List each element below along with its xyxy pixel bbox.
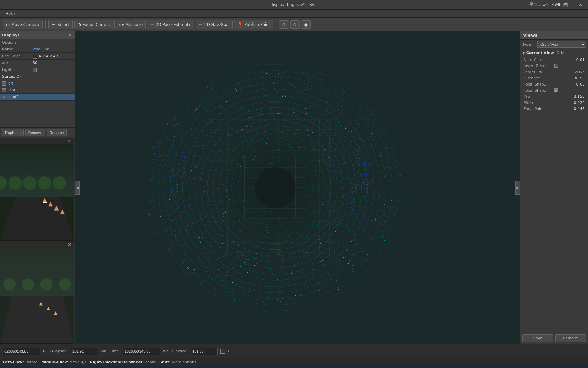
left-panel: Displays ✕ Options Name velo_link und Co…: [0, 31, 75, 344]
help-menu[interactable]: Help: [3, 11, 17, 17]
rename-button[interactable]: Rename: [47, 129, 67, 136]
list-item[interactable]: ✓ ight: [0, 87, 75, 94]
ros-elapsed-input[interactable]: [71, 348, 98, 355]
close-button[interactable]: ×: [573, 0, 588, 10]
pose-estimate-button[interactable]: ✏ 2D Pose Estimate: [147, 20, 194, 29]
display-list: Options Name velo_link und Color 48; 48;…: [0, 39, 75, 128]
invert-z-checkbox[interactable]: [554, 64, 558, 68]
main-layout: Displays ✕ Options Name velo_link und Co…: [0, 31, 588, 344]
duplicate-button[interactable]: Duplicate: [2, 129, 24, 136]
item-label-cloud2: loud2: [8, 95, 19, 99]
zoom-out-icon: ⊖: [293, 22, 297, 27]
options-label: Options: [2, 40, 33, 45]
current-view-type: Orbit: [557, 51, 566, 55]
wall-time-input[interactable]: [123, 348, 160, 355]
near-clip-label: Near Clip ...: [524, 58, 554, 62]
rate-row: ate 30: [0, 60, 75, 66]
wall-elapsed-label: Wall Elapsed:: [163, 349, 188, 353]
taskbar: 🗂 🦊 A ? ◈ W ▶_ Z RViz: [0, 366, 588, 368]
views-type-row: Type: Orbit (rviz): [520, 40, 588, 49]
nav-goal-button[interactable]: ✏ 2D Nav Goal: [196, 20, 233, 29]
rate-value: 30: [33, 61, 72, 65]
distance-label: Distance: [524, 76, 554, 80]
left-click-hint-key: Left-Click:: [3, 360, 24, 364]
focal-point-value: -0.446: [554, 107, 585, 111]
name-value: velo_link: [33, 47, 72, 51]
item-checkbox-cloud2[interactable]: ✓: [2, 95, 6, 99]
maximize-button[interactable]: □: [558, 0, 573, 10]
measure-button[interactable]: ⊷ Measure: [116, 20, 146, 29]
publish-point-button[interactable]: 📍 Publish Point: [234, 20, 273, 29]
display-panel-header: Displays ✕: [0, 31, 75, 39]
bgcolor-value: 48; 48; 48: [39, 54, 72, 58]
list-item[interactable]: ✓ eft: [0, 80, 75, 87]
focal-shape1-label: Focal Shap...: [524, 82, 554, 87]
name-row: Name velo_link: [0, 46, 75, 53]
collapse-right-button[interactable]: ▶: [515, 181, 520, 195]
titlebar: display_bag.rviz* - RViz 星期三 14：49● 英 − …: [0, 0, 588, 10]
invert-z-row: Invert Z Axis: [522, 63, 586, 69]
window-title: display_bag.rviz* - RViz: [270, 2, 318, 7]
time-input[interactable]: [3, 348, 40, 355]
middle-click-hint-key: Middle-Click:: [41, 360, 68, 364]
item-checkbox-left[interactable]: ✓: [2, 81, 6, 86]
status-checkbox[interactable]: [220, 349, 225, 354]
save-view-button[interactable]: Save: [522, 334, 553, 342]
move-camera-icon: ↔: [6, 22, 10, 27]
distance-row: Distance 38.95: [522, 75, 586, 81]
status-row: Status: Ok: [0, 73, 75, 80]
focal-shape2-checkbox[interactable]: ✓: [554, 88, 558, 92]
move-camera-button[interactable]: ↔ Move Camera: [3, 20, 43, 29]
toolbar-separator-1: [45, 20, 46, 29]
views-title: Views: [523, 33, 538, 38]
item-checkbox-right[interactable]: ✓: [2, 88, 6, 92]
focus-icon: ⊕: [77, 22, 81, 27]
color-swatch[interactable]: [33, 54, 37, 59]
status-badge: Status: Ok: [2, 74, 72, 79]
focal-shape2-label: Focal Shap...: [524, 88, 554, 93]
list-item[interactable]: ✓ loud2: [0, 94, 75, 101]
focal-point-label: Focal Point: [524, 107, 554, 111]
wall-elapsed-input[interactable]: [191, 348, 218, 355]
light-label: Light: [2, 67, 33, 72]
display-panel-close[interactable]: ✕: [67, 32, 72, 38]
yaw-label: Yaw: [524, 94, 554, 99]
yaw-row: Yaw 3.155: [522, 93, 586, 99]
target-frame-row: Target Fra... <Fixe: [522, 69, 586, 75]
shift-hint-val: More options.: [172, 360, 197, 364]
focal-shape1-value: 0.05: [554, 82, 585, 87]
light-checkbox[interactable]: ✓: [33, 68, 37, 72]
display-panel-title: Displays: [2, 33, 20, 37]
cam2-close[interactable]: ✕: [67, 242, 72, 247]
fit-button[interactable]: ◉: [301, 20, 311, 29]
camera-panel-1: ✕: [0, 137, 75, 241]
target-frame-label: Target Fra...: [524, 70, 554, 74]
light-row: Light ✓: [0, 66, 75, 73]
near-clip-row: Near Clip ... 0.01: [522, 57, 586, 63]
toolbar: ↔ Move Camera ▭ Select ⊕ Focus Camera ⊷ …: [0, 18, 588, 31]
pointcloud-canvas: [75, 31, 520, 344]
views-footer: Save Remove: [520, 332, 588, 344]
cam1-image: [0, 145, 74, 240]
focus-camera-button[interactable]: ⊕ Focus Camera: [74, 20, 115, 29]
3d-viewport[interactable]: ◀ ▶: [75, 31, 520, 344]
remove-view-button[interactable]: Remove: [555, 334, 586, 342]
select-button[interactable]: ▭ Select: [48, 20, 73, 29]
current-view-label: Current View: [526, 51, 554, 55]
zoom-in-icon: ⊕: [282, 22, 285, 27]
collapse-left-button[interactable]: ◀: [75, 181, 80, 195]
cam1-close[interactable]: ✕: [67, 138, 72, 144]
zoom-out-button[interactable]: ⊖: [290, 20, 300, 29]
bgcolor-label: und Color: [2, 54, 33, 58]
minimize-button[interactable]: −: [543, 0, 558, 10]
orbit-select[interactable]: Orbit (rviz): [537, 41, 586, 48]
remove-button[interactable]: Remove: [25, 129, 45, 136]
zoom-in-button[interactable]: ⊕: [279, 20, 289, 29]
target-frame-value: <Fixe: [554, 70, 585, 74]
ros-elapsed-label: ROS Elapsed:: [43, 349, 68, 353]
cam1-header: ✕: [0, 138, 74, 145]
yaw-value: 3.155: [554, 94, 585, 99]
rate-label: ate: [2, 61, 33, 65]
focal-point-row: Focal Point -0.446: [522, 106, 586, 112]
publish-icon: 📍: [237, 22, 243, 27]
